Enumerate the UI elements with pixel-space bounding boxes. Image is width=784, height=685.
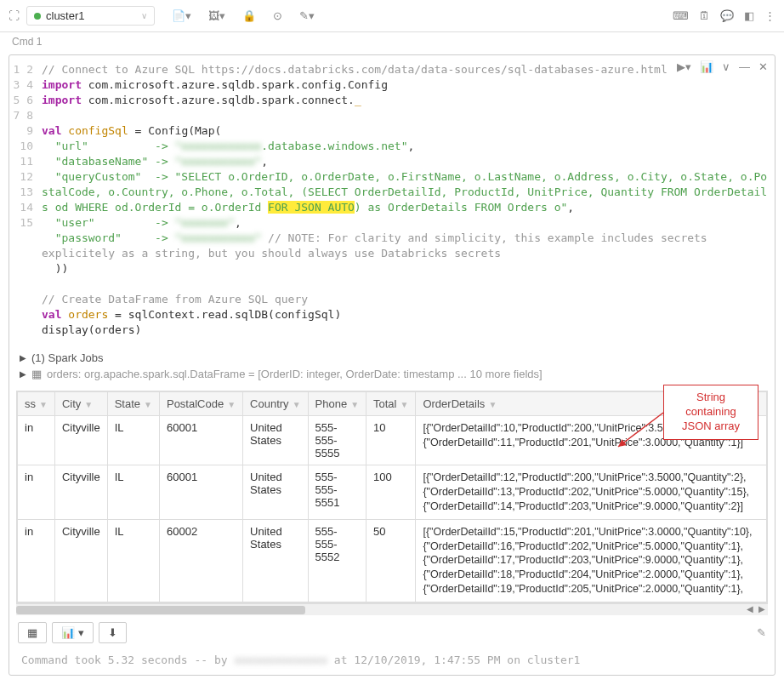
close-cell-icon[interactable]: ✕ — [758, 60, 768, 73]
table-row[interactable]: inCityvilleIL60002United States555-555-5… — [18, 519, 767, 602]
table-cell: 10 — [366, 416, 416, 465]
horizontal-scrollbar[interactable]: ◀▶ — [16, 603, 768, 615]
download-button[interactable]: ⬇ — [99, 622, 127, 643]
command-status: Command took 5.32 seconds -- by xxxxxxxx… — [9, 650, 775, 675]
image-icon[interactable]: 🖼▾ — [208, 9, 225, 22]
line-gutter: 1 2 3 4 5 6 7 8 9 10 11 12 13 14 15 — [9, 62, 42, 338]
svg-line-0 — [618, 413, 663, 447]
schema-toggle[interactable]: ▶ ▦ orders: org.apache.spark.sql.DataFra… — [20, 366, 764, 382]
file-icon[interactable]: 📄▾ — [172, 9, 191, 22]
annotation-callout: String containing JSON array — [663, 385, 758, 440]
menu-icon[interactable]: ⋮ — [764, 9, 775, 22]
notebook-cell: ▶▾ 📊 ∨ — ✕ 1 2 3 4 5 6 7 8 9 10 11 12 13… — [9, 54, 775, 676]
workspace-icon[interactable]: ⛶ — [9, 9, 20, 22]
col-header[interactable]: State▼ — [107, 392, 159, 416]
command-label: Cmd 1 — [0, 32, 784, 51]
scrollbar-thumb[interactable] — [16, 606, 305, 614]
col-header[interactable]: ss▼ — [18, 392, 55, 416]
collapse-icon[interactable]: ∨ — [722, 60, 730, 73]
col-header[interactable]: City▼ — [54, 392, 107, 416]
col-header[interactable]: PostalCode▼ — [159, 392, 242, 416]
table-cell: 100 — [366, 465, 416, 520]
spark-jobs-toggle[interactable]: ▶ (1) Spark Jobs — [20, 350, 764, 366]
chevron-down-icon: ∨ — [141, 11, 147, 20]
table-cell: Cityville — [54, 519, 107, 602]
table-cell: [{"OrderDetailId":15,"ProductId":201,"Un… — [416, 519, 767, 602]
table-cell: 60001 — [159, 416, 242, 465]
table-cell: 60001 — [159, 465, 242, 520]
col-header[interactable]: Country▼ — [243, 392, 308, 416]
table-cell: 50 — [366, 519, 416, 602]
code-content[interactable]: // Connect to Azure SQL https://docs.dat… — [42, 62, 768, 338]
table-cell: 555-555-5552 — [308, 519, 366, 602]
table-cell: IL — [107, 465, 159, 520]
attached-status-icon — [34, 13, 41, 20]
run-icon[interactable]: ⊙ — [273, 9, 282, 22]
table-cell: in — [18, 416, 55, 465]
table-cell: Cityville — [54, 465, 107, 520]
table-cell: in — [18, 465, 55, 520]
edit-icon[interactable]: ✎ — [757, 626, 766, 639]
table-cell: United States — [243, 465, 308, 520]
table-cell: IL — [107, 416, 159, 465]
expand-icon: ▶ — [20, 353, 26, 362]
chart-icon[interactable]: 📊 — [700, 60, 713, 73]
col-header[interactable]: Phone▼ — [308, 392, 366, 416]
code-editor[interactable]: 1 2 3 4 5 6 7 8 9 10 11 12 13 14 15 // C… — [9, 55, 775, 345]
table-cell: [{"OrderDetailId":12,"ProductId":200,"Un… — [416, 465, 767, 520]
cluster-dropdown[interactable]: cluster1 ∨ — [26, 6, 155, 26]
schedule-icon[interactable]: 🗓 — [699, 9, 710, 22]
table-cell: IL — [107, 519, 159, 602]
minimize-icon[interactable]: — — [739, 60, 750, 73]
table-view-button[interactable]: ▦ — [18, 622, 47, 643]
table-cell: United States — [243, 519, 308, 602]
cluster-name: cluster1 — [46, 9, 85, 22]
table-cell: 555-555-5551 — [308, 465, 366, 520]
table-cell: United States — [243, 416, 308, 465]
col-header[interactable]: Total▼ — [366, 392, 416, 416]
table-cell: 60002 — [159, 519, 242, 602]
lock-icon[interactable]: 🔒 — [242, 9, 256, 22]
expand-icon: ▶ — [20, 369, 26, 379]
run-cell-icon[interactable]: ▶▾ — [677, 60, 691, 73]
table-row[interactable]: inCityvilleIL60001United States555-555-5… — [18, 465, 767, 520]
keyboard-icon[interactable]: ⌨ — [673, 9, 689, 22]
chart-view-button[interactable]: 📊 ▾ — [52, 622, 94, 643]
clear-icon[interactable]: ✎▾ — [299, 9, 315, 22]
table-cell: Cityville — [54, 416, 107, 465]
comments-icon[interactable]: 💬 — [720, 9, 734, 22]
revision-icon[interactable]: ◧ — [744, 9, 754, 22]
table-icon: ▦ — [31, 368, 42, 380]
table-cell: in — [18, 519, 55, 602]
table-cell: 555-555-5555 — [308, 416, 366, 465]
